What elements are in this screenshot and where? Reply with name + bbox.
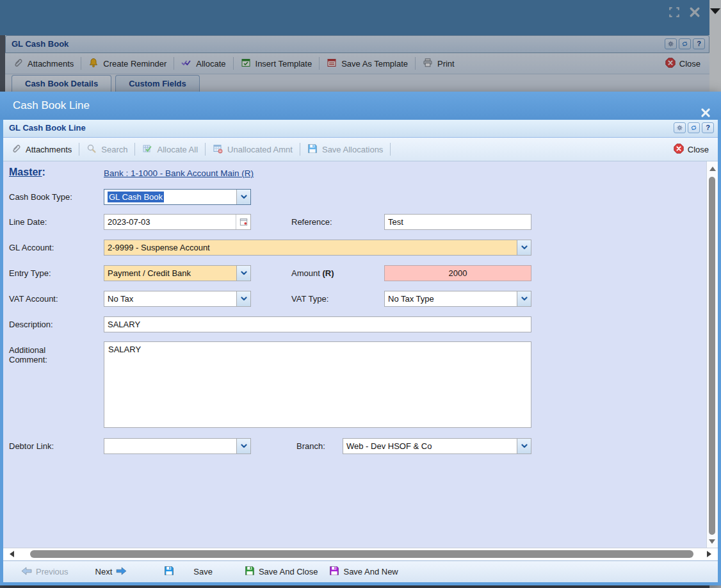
additional-comment-label: Additional Comment: <box>9 345 79 364</box>
paperclip-icon <box>11 143 21 156</box>
branch-select[interactable]: Web - Dev HSOF & Co <box>343 438 531 454</box>
amount-input[interactable] <box>385 266 531 281</box>
scroll-right-arrow[interactable] <box>707 551 711 557</box>
dialog-title: Cash Book Line <box>13 99 90 111</box>
chevron-down-icon[interactable] <box>517 291 531 306</box>
save-button[interactable]: Save <box>164 566 213 578</box>
toolbar-separator <box>300 143 300 156</box>
search-icon <box>86 143 97 156</box>
vat-type-select[interactable]: No Tax Type <box>384 291 531 307</box>
panel-header: GL Cash Book Line ? <box>3 120 718 138</box>
previous-button[interactable]: Previous <box>21 566 69 578</box>
vat-account-select[interactable]: No Tax <box>104 291 251 307</box>
chevron-down-icon[interactable] <box>236 291 250 306</box>
vertical-scroll-thumb[interactable] <box>709 177 715 535</box>
line-date-field <box>104 214 251 230</box>
toolbar-separator <box>134 143 135 156</box>
toolbar-separator <box>205 143 206 156</box>
save-floppy-icon <box>164 566 174 578</box>
chevron-down-icon[interactable] <box>236 266 250 281</box>
chevron-down-icon[interactable] <box>236 190 250 204</box>
attachments-button[interactable]: Attachments <box>11 143 72 156</box>
cash-book-type-label: Cash Book Type: <box>9 192 100 202</box>
branch-label: Branch: <box>296 441 325 451</box>
allocate-all-button[interactable]: Allocate All <box>142 143 198 156</box>
save-and-new-floppy-icon <box>329 566 339 578</box>
debtor-link-value <box>104 439 236 453</box>
save-floppy-icon <box>307 143 318 156</box>
unallocated-amount-icon <box>213 143 223 156</box>
vat-type-label: VAT Type: <box>291 294 328 304</box>
dialog-body: GL Cash Book Line ? Attachments Search <box>0 120 721 585</box>
horizontal-scroll-thumb[interactable] <box>30 550 693 558</box>
gl-account-select[interactable]: 2-9999 - Suspense Account <box>104 240 531 256</box>
save-and-new-button[interactable]: Save And New <box>329 566 398 578</box>
scroll-left-arrow[interactable] <box>10 551 14 557</box>
gl-account-label: GL Account: <box>9 243 100 252</box>
entry-type-label: Entry Type: <box>9 268 100 278</box>
settings-gear-icon[interactable] <box>674 122 686 133</box>
arrow-right-icon <box>116 566 127 578</box>
description-label: Description: <box>9 320 100 329</box>
reference-field <box>384 214 531 230</box>
dialog-footer: Previous Next Save Save And Close Save A… <box>3 560 718 582</box>
cash-book-type-value: GL Cash Book <box>108 192 164 202</box>
chevron-down-icon[interactable] <box>517 439 531 453</box>
scroll-up-arrow[interactable] <box>709 167 716 171</box>
line-date-label: Line Date: <box>9 217 100 227</box>
next-button[interactable]: Next <box>95 566 127 578</box>
entry-type-value: Payment / Credit Bank <box>104 266 236 281</box>
toolbar-separator <box>79 143 79 156</box>
form-area: Master: Bank : 1-1000 - Bank Account Mai… <box>3 161 718 548</box>
panel-title: GL Cash Book Line <box>3 120 718 136</box>
screen: GL Cash Book ? Attachments Create Remind… <box>0 0 721 588</box>
master-label: Master: <box>9 167 100 178</box>
search-button[interactable]: Search <box>86 143 127 156</box>
save-and-close-floppy-icon <box>245 566 255 578</box>
gl-account-value: 2-9999 - Suspense Account <box>104 240 517 255</box>
panel-toolbar: Attachments Search Allocate All Unalloca… <box>3 138 718 161</box>
vat-account-label: VAT Account: <box>9 294 100 304</box>
refresh-icon[interactable] <box>688 122 700 133</box>
entry-type-select[interactable]: Payment / Credit Bank <box>104 265 251 281</box>
chevron-down-icon[interactable] <box>236 439 250 453</box>
reference-input[interactable] <box>385 215 531 229</box>
additional-comment-textarea[interactable]: SALARY <box>104 341 531 428</box>
scroll-down-arrow[interactable] <box>709 539 715 544</box>
close-octagon-icon <box>674 143 684 156</box>
calendar-icon[interactable] <box>236 215 250 229</box>
help-icon[interactable]: ? <box>702 122 714 133</box>
amount-label: Amount (R) <box>291 268 334 278</box>
vat-type-value: No Tax Type <box>385 291 517 306</box>
toolbar-separator <box>390 143 391 156</box>
debtor-link-select[interactable] <box>104 438 251 454</box>
branch-value: Web - Dev HSOF & Co <box>343 439 517 453</box>
vat-account-value: No Tax <box>104 291 236 306</box>
allocate-all-icon <box>142 143 152 156</box>
save-and-close-button[interactable]: Save And Close <box>245 566 318 578</box>
unallocated-amnt-button[interactable]: Unallocated Amnt <box>213 143 293 156</box>
close-button[interactable]: Close <box>674 143 709 156</box>
arrow-left-icon <box>21 566 32 578</box>
cash-book-line-dialog: Cash Book Line GL Cash Book Line ? Attac… <box>0 92 721 585</box>
amount-field <box>384 265 531 281</box>
line-date-input[interactable] <box>104 215 236 229</box>
dialog-titlebar: Cash Book Line <box>0 92 721 120</box>
reference-label: Reference: <box>291 217 332 227</box>
description-input[interactable] <box>104 317 531 332</box>
description-field <box>104 316 531 332</box>
cash-book-type-select[interactable]: GL Cash Book <box>104 189 251 205</box>
save-allocations-button[interactable]: Save Allocations <box>307 143 383 156</box>
vertical-scrollbar[interactable] <box>706 161 718 548</box>
master-bank-link[interactable]: Bank : 1-1000 - Bank Account Main (R) <box>104 168 373 178</box>
debtor-link-label: Debtor Link: <box>9 441 100 451</box>
dialog-close-icon[interactable] <box>701 101 711 111</box>
chevron-down-icon[interactable] <box>517 240 531 255</box>
currency-symbol: (R) <box>322 268 334 278</box>
horizontal-scrollbar[interactable] <box>3 548 718 560</box>
